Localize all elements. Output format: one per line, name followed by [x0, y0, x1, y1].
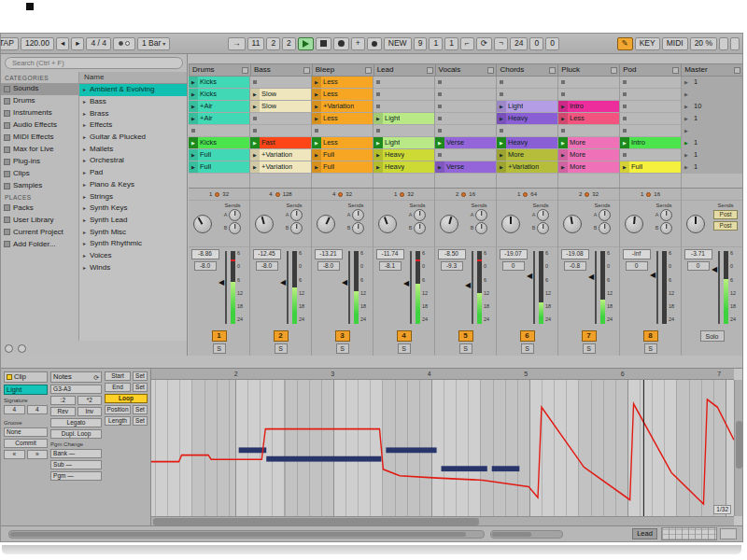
clip-full[interactable]: ▶Full: [620, 161, 681, 173]
clip-heavy[interactable]: ▶Heavy: [497, 137, 557, 148]
metronome-button[interactable]: [113, 37, 135, 50]
clip-slot[interactable]: [620, 101, 681, 113]
clip-play-icon[interactable]: ▶: [312, 101, 321, 112]
clip-slot[interactable]: [312, 125, 373, 137]
send-knob-b[interactable]: [599, 222, 611, 234]
clip-stop-button[interactable]: [253, 117, 257, 120]
clip-play-icon[interactable]: ▶: [374, 113, 383, 124]
clip-less[interactable]: ▶Less: [312, 89, 373, 100]
loop-length-beats[interactable]: 0: [529, 37, 543, 50]
clip-slot[interactable]: ▶+Variation: [250, 149, 311, 161]
clip-slot[interactable]: ▶Fast: [250, 137, 311, 149]
nudge-up-button[interactable]: ▸: [71, 37, 84, 50]
punch-in-button[interactable]: ⌐: [460, 37, 474, 50]
clip-stop-button[interactable]: [376, 92, 380, 96]
midi-note[interactable]: [266, 456, 381, 462]
clip-slot[interactable]: ▶Less: [312, 89, 373, 101]
pan-knob[interactable]: [625, 215, 643, 233]
clip-more[interactable]: ▶More: [558, 137, 619, 148]
peak-level-display[interactable]: -19.07: [500, 249, 528, 259]
clip-play-icon[interactable]: ▶: [189, 137, 198, 148]
solo-button[interactable]: S: [275, 343, 288, 354]
track-activator-button[interactable]: 3: [335, 330, 350, 342]
solo-button[interactable]: S: [336, 343, 349, 354]
clip-slot[interactable]: [558, 125, 619, 137]
clip-stop-button[interactable]: [500, 129, 503, 133]
clip-play-icon[interactable]: ▶: [497, 149, 506, 161]
pan-knob[interactable]: [193, 215, 212, 233]
pan-knob[interactable]: [501, 215, 520, 233]
clip-play-icon[interactable]: ▶: [189, 89, 198, 100]
clip-stop-button[interactable]: [500, 80, 503, 84]
volume-fader[interactable]: ◀: [529, 249, 537, 328]
clip-slot[interactable]: ▶+Variation: [250, 161, 311, 174]
time-signature-field[interactable]: 4 / 4: [86, 37, 111, 50]
clip-play-icon[interactable]: ▶: [558, 137, 568, 148]
clip-slot[interactable]: ▶Less: [558, 113, 619, 125]
end-set-button[interactable]: Set: [133, 383, 148, 392]
clip-light[interactable]: ▶Light: [374, 113, 434, 124]
record-button[interactable]: [333, 37, 349, 50]
volume-fader[interactable]: ◀: [282, 249, 290, 328]
clip-play-icon[interactable]: ▶: [189, 149, 198, 161]
clip-stop-button[interactable]: [623, 153, 627, 157]
clip-slot[interactable]: ▶Kicks: [189, 89, 249, 101]
clip-slot[interactable]: ▶Slow: [250, 101, 311, 113]
clip-slot[interactable]: [620, 113, 681, 125]
track-header-vocals[interactable]: Vocals: [436, 63, 498, 77]
selected-track-indicator[interactable]: Lead: [632, 528, 657, 539]
hscrollbar-thumb[interactable]: [153, 518, 479, 525]
overdub-button[interactable]: +: [351, 37, 365, 50]
clip-slot[interactable]: ▶Light: [374, 137, 434, 149]
midi-map-button[interactable]: MIDI: [662, 37, 688, 50]
track-activator-button[interactable]: 6: [520, 330, 535, 342]
clip-less[interactable]: ▶Less: [558, 113, 619, 124]
browser-item-orchestral[interactable]: ▸Orchestral: [79, 155, 187, 167]
clip-play-icon[interactable]: ▶: [189, 77, 198, 88]
clip-full[interactable]: ▶Full: [189, 161, 249, 173]
scene-play-icon[interactable]: ▶: [682, 80, 691, 85]
browser-item-winds[interactable]: ▸Winds: [79, 261, 187, 273]
scene-play-icon[interactable]: ▶: [682, 92, 691, 97]
clip-play-icon[interactable]: ▶: [435, 161, 444, 173]
clip-slot[interactable]: [250, 77, 311, 89]
clip-stop-button[interactable]: [623, 80, 627, 84]
key-map-button[interactable]: KEY: [635, 37, 660, 50]
clip-stop-button[interactable]: [623, 129, 627, 133]
clip-kicks[interactable]: ▶Kicks: [189, 137, 249, 148]
sidebar-item-clips[interactable]: Clips: [1, 168, 78, 180]
loop-length-sixteenths[interactable]: 0: [545, 37, 559, 50]
clip-stop-button[interactable]: [500, 92, 503, 96]
cue-post-button-b[interactable]: Post: [713, 221, 738, 231]
clip-slot[interactable]: [250, 125, 311, 137]
clip-slot[interactable]: ▶Kicks: [189, 137, 249, 149]
groove-selector[interactable]: None: [4, 427, 48, 437]
clip-intro[interactable]: ▶Intro: [620, 137, 681, 148]
clip-slot[interactable]: [620, 125, 681, 137]
browser-item-strings[interactable]: ▸Strings: [79, 190, 187, 203]
clip-slot[interactable]: ▶+Air: [189, 113, 249, 125]
clip-stop-button[interactable]: [623, 117, 627, 120]
clip-slot[interactable]: [497, 77, 557, 89]
volume-value-field[interactable]: 0: [502, 261, 525, 271]
clip-stop-button[interactable]: [438, 117, 442, 120]
clip-slot[interactable]: [620, 77, 681, 89]
new-button[interactable]: NEW: [384, 37, 412, 50]
track-activator-button[interactable]: 1: [212, 330, 227, 342]
clip-play-icon[interactable]: ▶: [312, 77, 321, 88]
io-routing[interactable]: 132: [374, 189, 434, 201]
clip-slot[interactable]: ▶Intro: [620, 137, 681, 149]
browser-item-effects[interactable]: ▸Effects: [79, 119, 187, 132]
peak-level-display[interactable]: -Inf: [623, 249, 651, 259]
volume-fader[interactable]: ◀: [713, 249, 722, 328]
clip-slot[interactable]: ▶+Variation: [497, 161, 557, 174]
volume-value-field[interactable]: -8.0: [194, 261, 217, 271]
clip-light[interactable]: ▶Light: [497, 101, 557, 112]
clip-slot[interactable]: ▶Less: [312, 113, 373, 125]
clip-play-icon[interactable]: ▶: [620, 137, 629, 148]
secondary-scrollbar-thumb[interactable]: [492, 532, 531, 537]
tempo-field[interactable]: 120.00: [21, 37, 54, 50]
clip-slot[interactable]: ▶More: [558, 161, 619, 174]
loop-start-beats[interactable]: 1: [429, 37, 443, 50]
clip-play-icon[interactable]: ▶: [374, 137, 383, 148]
